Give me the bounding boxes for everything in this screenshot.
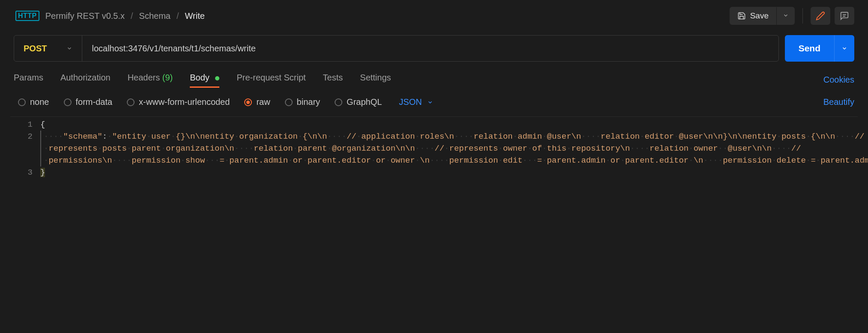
radio-icon: [244, 98, 252, 106]
body-type-graphql[interactable]: GraphQL: [335, 97, 382, 107]
content-type-label: JSON: [399, 97, 422, 107]
http-badge: HTTP: [15, 11, 39, 21]
code-line-2: ····"schema":·"entity·user·{}\n\nentity·…: [40, 131, 868, 166]
request-bar: POST localhost:3476/v1/tenants/t1/schema…: [14, 35, 779, 62]
url-input[interactable]: localhost:3476/v1/tenants/t1/schemas/wri…: [82, 36, 778, 61]
save-label: Save: [750, 11, 769, 21]
beautify-link[interactable]: Beautify: [823, 97, 854, 107]
tab-body-label: Body: [190, 73, 210, 82]
tab-body[interactable]: Body: [190, 73, 219, 87]
body-type-urlencoded[interactable]: x-www-form-urlencoded: [127, 97, 230, 107]
breadcrumb-folder[interactable]: Schema: [139, 11, 171, 21]
breadcrumb-sep: /: [131, 11, 133, 21]
pencil-icon: [816, 11, 825, 21]
content-type-select[interactable]: JSON: [399, 97, 433, 107]
code-line-1: {: [40, 119, 858, 131]
tab-settings[interactable]: Settings: [360, 73, 391, 87]
chevron-down-icon: [66, 45, 72, 51]
comment-icon: [840, 11, 849, 21]
tab-params[interactable]: Params: [14, 73, 43, 87]
edit-button[interactable]: [811, 7, 830, 25]
send-dropdown[interactable]: [834, 35, 854, 62]
radio-label: binary: [297, 97, 320, 107]
body-editor[interactable]: 1 { 2 ····"schema":·"entity·user·{}\n\ne…: [10, 116, 858, 179]
radio-icon: [64, 98, 72, 106]
method-select[interactable]: POST: [14, 36, 82, 61]
body-type-group: none form-data x-www-form-urlencoded raw…: [18, 97, 433, 107]
radio-label: none: [30, 97, 49, 107]
save-button-group: Save: [730, 7, 795, 25]
radio-icon: [127, 98, 135, 106]
line-gutter: 1: [10, 119, 40, 131]
tab-tests[interactable]: Tests: [323, 73, 343, 87]
body-type-raw[interactable]: raw: [244, 97, 270, 107]
method-label: POST: [24, 44, 47, 54]
body-type-binary[interactable]: binary: [285, 97, 320, 107]
line-gutter: 2: [10, 131, 40, 166]
save-button[interactable]: Save: [730, 7, 776, 25]
radio-label: x-www-form-urlencoded: [139, 97, 230, 107]
radio-icon: [285, 98, 293, 106]
send-button-group: Send: [785, 35, 854, 62]
radio-label: GraphQL: [347, 97, 382, 107]
breadcrumb-sep: /: [177, 11, 179, 21]
code-line-3: }: [40, 166, 858, 178]
chevron-down-icon: [427, 99, 433, 105]
tab-headers-label: Headers: [128, 73, 160, 82]
body-type-none[interactable]: none: [18, 97, 49, 107]
line-gutter: 3: [10, 166, 40, 178]
tab-headers[interactable]: Headers (9): [128, 73, 173, 87]
send-button[interactable]: Send: [785, 35, 834, 62]
tab-authorization[interactable]: Authorization: [60, 73, 111, 87]
comments-button[interactable]: [835, 7, 854, 25]
save-dropdown[interactable]: [776, 7, 795, 25]
line-number: 2: [10, 131, 33, 143]
breadcrumb-item[interactable]: Write: [185, 11, 205, 21]
radio-label: form-data: [76, 97, 113, 107]
chevron-down-icon: [783, 12, 789, 18]
body-indicator-dot: [215, 76, 219, 80]
headers-count: (9): [162, 73, 173, 82]
radio-label: raw: [256, 97, 270, 107]
breadcrumb: HTTP Permify REST v0.5.x / Schema / Writ…: [15, 11, 205, 21]
body-type-formdata[interactable]: form-data: [64, 97, 113, 107]
request-tabs: Params Authorization Headers (9) Body Pr…: [14, 73, 391, 87]
tab-prerequest[interactable]: Pre-request Script: [236, 73, 305, 87]
line-number: 3: [10, 166, 33, 178]
cookies-link[interactable]: Cookies: [823, 75, 854, 85]
save-icon: [737, 12, 746, 20]
radio-icon: [18, 98, 26, 106]
radio-icon: [335, 98, 342, 106]
chevron-down-icon: [841, 45, 847, 51]
divider: [802, 8, 803, 24]
breadcrumb-collection[interactable]: Permify REST v0.5.x: [45, 11, 125, 21]
line-number: 1: [10, 119, 33, 131]
